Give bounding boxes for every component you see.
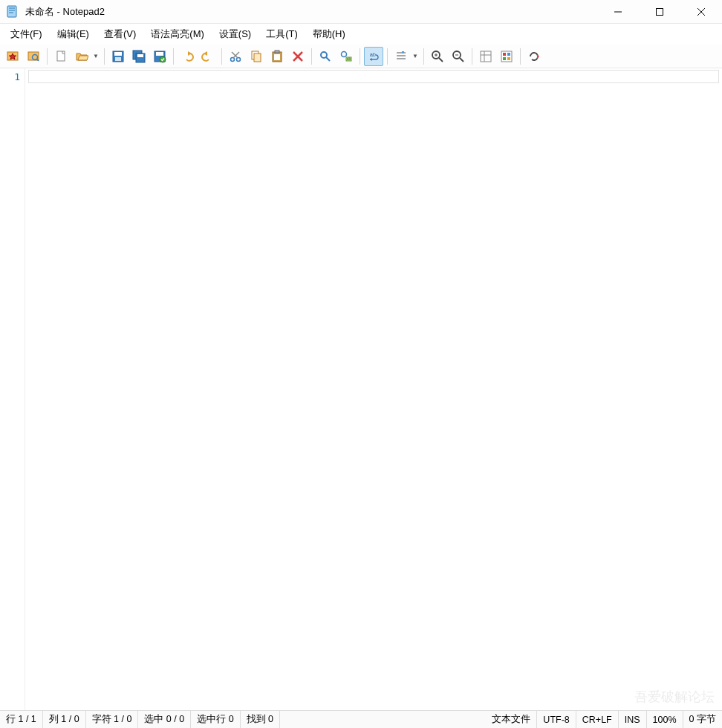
status-line[interactable]: 行 1 / 1 xyxy=(0,711,43,728)
redo-button[interactable] xyxy=(198,47,218,66)
svg-rect-27 xyxy=(254,53,261,62)
svg-marker-20 xyxy=(188,51,192,56)
scheme-config-button[interactable] xyxy=(476,47,495,66)
text-area[interactable] xyxy=(25,68,722,710)
editor: 1 xyxy=(0,68,722,710)
separator xyxy=(520,48,521,65)
svg-line-34 xyxy=(326,57,330,61)
separator xyxy=(173,48,174,65)
new-button[interactable] xyxy=(51,47,71,66)
line-number: 1 xyxy=(0,71,20,82)
open-dropdown[interactable]: ▼ xyxy=(93,53,100,59)
statusbar: 行 1 / 1 列 1 / 0 字符 1 / 0 选中 0 / 0 选中行 0 … xyxy=(0,710,722,728)
status-zoom[interactable]: 100% xyxy=(647,711,683,728)
svg-line-45 xyxy=(439,58,443,62)
separator xyxy=(311,48,312,65)
svg-rect-10 xyxy=(57,51,65,61)
svg-text:ab: ab xyxy=(370,52,376,57)
svg-rect-51 xyxy=(481,51,491,62)
svg-rect-58 xyxy=(507,57,510,60)
menubar: 文件(F) 编辑(E) 查看(V) 语法高亮(M) 设置(S) 工具(T) 帮助… xyxy=(0,24,722,45)
svg-rect-0 xyxy=(7,6,16,17)
svg-rect-43 xyxy=(402,51,404,53)
save-as-button[interactable] xyxy=(129,47,149,66)
menu-settings[interactable]: 设置(S) xyxy=(213,25,257,44)
customize-scheme-button[interactable] xyxy=(497,47,516,66)
svg-point-33 xyxy=(321,52,327,58)
menu-tools[interactable]: 工具(T) xyxy=(260,25,304,44)
svg-rect-30 xyxy=(274,54,280,60)
save-copy-button[interactable] xyxy=(150,47,169,66)
separator xyxy=(360,48,360,65)
separator xyxy=(472,48,472,65)
svg-point-35 xyxy=(342,51,347,56)
toolbar: ▼ ab ab ▼ xyxy=(0,45,722,68)
svg-rect-57 xyxy=(503,57,506,60)
undo-button[interactable] xyxy=(178,47,197,66)
current-line[interactable] xyxy=(28,70,719,83)
svg-rect-12 xyxy=(114,52,122,56)
copy-button[interactable] xyxy=(247,47,266,66)
status-filetype[interactable]: 文本文件 xyxy=(486,711,537,728)
svg-rect-29 xyxy=(275,51,279,53)
status-found[interactable]: 找到 0 xyxy=(241,711,280,728)
zoom-out-button[interactable] xyxy=(449,47,468,66)
status-eol[interactable]: CR+LF xyxy=(576,711,619,728)
separator xyxy=(387,48,388,65)
svg-rect-56 xyxy=(507,53,510,56)
titlebar: 未命名 - Notepad2 xyxy=(0,0,722,24)
scheme-button[interactable] xyxy=(391,47,411,66)
menu-syntax[interactable]: 语法高亮(M) xyxy=(145,25,210,44)
cut-button[interactable] xyxy=(226,47,245,66)
status-mode[interactable]: INS xyxy=(619,711,647,728)
favorites-manager-button[interactable] xyxy=(24,47,43,66)
separator xyxy=(221,48,222,65)
separator xyxy=(47,48,48,65)
menu-view[interactable]: 查看(V) xyxy=(98,25,142,44)
svg-rect-55 xyxy=(503,53,506,56)
paste-button[interactable] xyxy=(267,47,287,66)
find-button[interactable] xyxy=(316,47,335,66)
separator xyxy=(104,48,105,65)
menu-help[interactable]: 帮助(H) xyxy=(307,25,351,44)
status-size[interactable]: 0 字节 xyxy=(683,711,722,728)
status-encoding[interactable]: UTF-8 xyxy=(537,711,576,728)
open-button[interactable] xyxy=(72,47,91,66)
svg-text:ab: ab xyxy=(347,56,351,61)
favorites-button[interactable] xyxy=(3,47,22,66)
line-number-gutter: 1 xyxy=(0,68,25,710)
word-wrap-button[interactable]: ab xyxy=(364,47,383,66)
svg-rect-18 xyxy=(156,52,163,56)
status-char[interactable]: 字符 1 / 0 xyxy=(86,711,139,728)
status-sel[interactable]: 选中 0 / 0 xyxy=(138,711,191,728)
svg-rect-13 xyxy=(115,57,121,61)
scheme-dropdown[interactable]: ▼ xyxy=(412,53,420,59)
replace-button[interactable]: ab xyxy=(336,47,356,66)
window-controls xyxy=(597,0,722,24)
close-button[interactable] xyxy=(680,0,722,24)
status-sel-line[interactable]: 选中行 0 xyxy=(191,711,240,728)
window-title: 未命名 - Notepad2 xyxy=(25,5,105,19)
zoom-in-button[interactable] xyxy=(428,47,447,66)
minimize-button[interactable] xyxy=(597,0,639,24)
svg-marker-21 xyxy=(204,51,207,56)
refresh-button[interactable] xyxy=(524,47,544,66)
menu-file[interactable]: 文件(F) xyxy=(4,25,48,44)
status-col[interactable]: 列 1 / 0 xyxy=(43,711,86,728)
save-button[interactable] xyxy=(108,47,128,66)
app-icon xyxy=(4,4,21,20)
svg-line-49 xyxy=(460,58,464,62)
delete-button[interactable] xyxy=(288,47,308,66)
maximize-button[interactable] xyxy=(639,0,680,24)
menu-edit[interactable]: 编辑(E) xyxy=(51,25,95,44)
svg-rect-2 xyxy=(657,8,663,15)
svg-rect-16 xyxy=(137,54,143,57)
separator xyxy=(423,48,424,65)
svg-marker-39 xyxy=(370,58,372,61)
